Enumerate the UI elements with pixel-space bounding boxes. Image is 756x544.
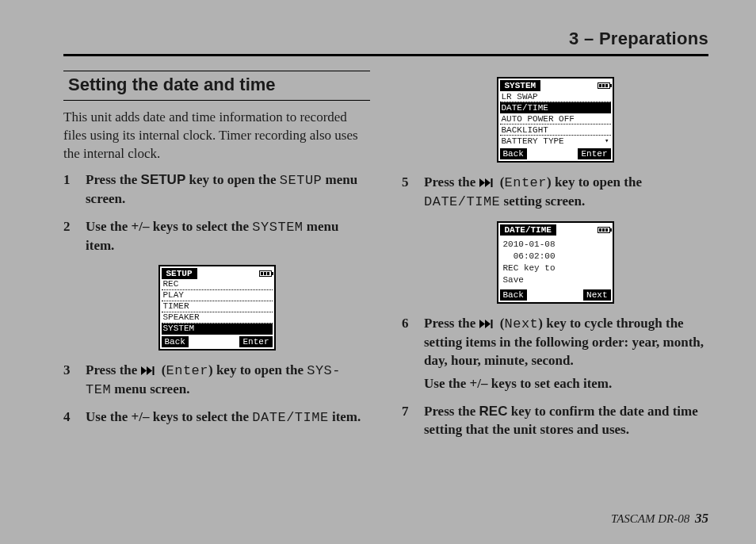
lcd-title: DATE/TIME: [500, 224, 556, 236]
step-text: Press the: [424, 174, 479, 190]
plus-minus-key: +/–: [470, 376, 488, 391]
scroll-down-icon: ▾: [605, 136, 609, 147]
step-number: 3: [63, 362, 81, 380]
page-number: 35: [695, 511, 708, 526]
page-footer: TASCAM DR-08 35: [611, 511, 708, 527]
step-3: 3 Press the (Enter) key to open the SYS-…: [63, 362, 370, 400]
svg-marker-6: [479, 320, 485, 328]
battery-icon: [259, 270, 272, 277]
column-right: SYSTEM LR SWAP DATE/TIME AUTO POWER OFF …: [402, 71, 708, 449]
lcd-row: BACKLIGHT: [500, 125, 611, 136]
next-mono: Next: [504, 316, 538, 331]
lcd-row: AUTO POWER OFF: [500, 113, 611, 125]
fast-forward-icon: [479, 320, 497, 328]
fast-forward-icon: [141, 366, 158, 375]
lcd-back-button: Back: [500, 148, 527, 159]
setup-key: SETUP: [141, 172, 186, 187]
lcd-line: 06:02:00: [503, 251, 608, 262]
step-text: Press the: [86, 172, 141, 187]
system-mono: SYSTEM: [252, 220, 303, 235]
lcd-screenshot-system: SYSTEM LR SWAP DATE/TIME AUTO POWER OFF …: [402, 77, 708, 163]
datetime-mono: DATE/TIME: [252, 410, 328, 425]
step-text: keys to select the: [150, 219, 253, 234]
lcd-screenshot-setup: SETUP REC PLAY TIMER SPEAKER SYSTEM Back…: [63, 265, 370, 351]
step-text: setting screen.: [500, 193, 585, 209]
lcd-row: BATTERY TYPE▾: [500, 136, 611, 147]
plus-minus-key: +/–: [132, 409, 150, 424]
lcd-row-selected: SYSTEM: [162, 324, 273, 335]
step-4: 4 Use the +/– keys to select the DATE/TI…: [63, 408, 370, 427]
step-text: Press the: [86, 362, 141, 377]
step-text: Press the: [424, 404, 479, 419]
step-text: (: [158, 362, 166, 377]
svg-rect-8: [491, 320, 492, 328]
enter-mono: Enter: [166, 363, 208, 378]
step-text: key to open the: [185, 172, 280, 187]
step-text: menu screen.: [111, 381, 189, 397]
lcd-back-button: Back: [162, 336, 189, 347]
lcd-back-button: Back: [500, 289, 527, 301]
lcd-line: REC key to: [503, 262, 608, 274]
svg-rect-2: [152, 366, 154, 375]
chapter-title: 3 – Preparations: [63, 29, 708, 49]
lcd-title: SYSTEM: [500, 80, 541, 91]
setup-mono: SETUP: [280, 173, 323, 188]
step-text: ) key to open the: [547, 174, 642, 190]
svg-marker-1: [147, 366, 152, 375]
lcd-row: PLAY: [162, 290, 273, 301]
step-number: 2: [63, 218, 81, 236]
step-7: 7 Press the REC key to confirm the date …: [402, 403, 708, 439]
step-text: keys to set each item.: [488, 376, 613, 391]
step-text: Use the: [86, 409, 132, 424]
lcd-row: REC: [162, 279, 273, 290]
lcd-row-text: BATTERY TYPE: [502, 136, 564, 147]
lcd-next-button: Next: [583, 289, 610, 301]
step-text: item.: [329, 409, 361, 424]
step-text: ) key to open the: [208, 362, 307, 377]
lcd-screenshot-datetime: DATE/TIME 2010‑01‑08 06:02:00 REC key to…: [402, 221, 708, 304]
step-text: Use the: [86, 219, 132, 234]
svg-rect-5: [491, 178, 492, 187]
step-number: 1: [63, 171, 81, 190]
step-text: (: [497, 316, 505, 331]
plus-minus-key: +/–: [132, 219, 150, 234]
lcd-row: TIMER: [162, 301, 273, 312]
step-1: 1 Press the SETUP key to open the SETUP …: [63, 171, 370, 209]
intro-paragraph: This unit adds date and time information…: [63, 109, 370, 163]
lcd-enter-button: Enter: [239, 336, 272, 347]
product-name: TASCAM DR-08: [611, 512, 689, 525]
system-mono: TEM: [86, 382, 111, 397]
step-text: keys to select the: [150, 409, 253, 424]
enter-mono: Enter: [504, 175, 547, 190]
svg-marker-0: [141, 366, 147, 375]
step-2: 2 Use the +/– keys to select the SYSTEM …: [63, 218, 370, 255]
section-title-rule: Setting the date and time: [63, 71, 370, 101]
step-5: 5 Press the (Enter) key to open the DATE…: [402, 174, 708, 212]
rec-key: REC: [479, 404, 508, 419]
step-number: 7: [402, 403, 419, 421]
lcd-row: LR SWAP: [500, 91, 611, 102]
column-left: Setting the date and time This unit adds…: [63, 71, 370, 449]
svg-marker-7: [485, 320, 491, 328]
lcd-line: Save: [503, 274, 608, 286]
step-6: 6 Press the (Next) key to cycle through …: [402, 315, 708, 393]
system-mono: SYS-: [307, 363, 341, 378]
lcd-enter-button: Enter: [578, 148, 610, 159]
lcd-row: SPEAKER: [162, 312, 273, 324]
section-title: Setting the date and time: [68, 75, 368, 95]
step-number: 5: [402, 174, 419, 192]
step-number: 6: [402, 315, 419, 333]
step-text: (: [497, 174, 505, 190]
svg-marker-3: [479, 178, 485, 187]
fast-forward-icon: [479, 178, 497, 187]
lcd-line: 2010‑01‑08: [503, 239, 608, 251]
step-text: Use the: [424, 376, 470, 391]
lcd-row-selected: DATE/TIME: [500, 102, 611, 113]
battery-icon: [598, 227, 610, 233]
battery-icon: [598, 82, 610, 89]
step-text: Press the: [424, 316, 479, 331]
lcd-title: SETUP: [162, 268, 197, 279]
svg-marker-4: [485, 178, 491, 187]
chapter-header: 3 – Preparations: [63, 24, 708, 56]
datetime-mono: DATE/TIME: [424, 194, 500, 209]
